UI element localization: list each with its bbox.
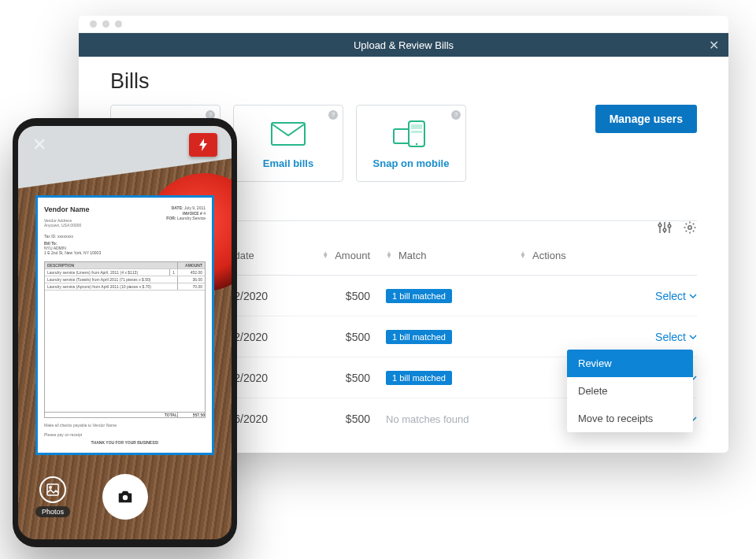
col-actions[interactable]: Actions [532,250,566,261]
svg-point-6 [658,224,662,227]
invoice-footer: Make all checks payable to Vendor Name [44,423,206,428]
match-badge[interactable]: 1 bill matched [386,330,452,344]
chevron-down-icon [689,333,697,341]
traffic-light-dot[interactable] [90,20,97,28]
menu-item-move-receipts[interactable]: Move to receipts [567,405,693,432]
gallery-icon [39,476,66,503]
invoice-vendor-name: Vendor Name [44,205,90,213]
invoice-line: Laundry service (Aprons) from April 2011… [45,283,178,290]
svg-rect-0 [272,123,305,145]
svg-point-11 [50,487,51,488]
chevron-down-icon [689,292,697,300]
invoice-date-label: DATE: [172,205,183,210]
invoice-line-qty: 1 [170,269,178,276]
col-amount[interactable]: Amount [335,250,370,261]
mobile-snap-icon [393,118,429,150]
cell-amount: $500 [346,413,370,425]
svg-point-7 [663,228,666,231]
row-actions-menu: Review Delete Move to receipts [567,350,693,432]
snap-mobile-card[interactable]: ? Snap on mobile [356,105,466,182]
page-title: Bills [110,69,697,94]
svg-point-3 [416,143,417,144]
close-icon[interactable]: ✕ [709,38,719,53]
sliders-icon[interactable] [658,220,672,238]
cell-amount: $500 [346,290,370,302]
camera-close-icon[interactable]: ✕ [32,135,46,155]
invoice-line-amt: 36.00 [178,276,205,283]
scan-frame: Vendor Name Vendor Address Anytown, USA … [35,195,214,455]
menu-item-review[interactable]: Review [567,350,693,377]
window-controls [79,16,728,33]
phone-device: ✕ Vendor Name Vendor Address Anytown, US… [13,118,237,547]
sort-icon[interactable]: ▲▼ [322,252,330,258]
gear-icon[interactable] [683,220,697,238]
gallery-label: Photos [35,506,70,517]
flash-button[interactable] [189,133,217,157]
row-select-dropdown[interactable]: Select [655,331,697,343]
svg-rect-10 [47,484,58,495]
svg-rect-5 [411,131,422,133]
help-icon[interactable]: ? [451,110,461,120]
help-icon[interactable]: ? [328,110,338,120]
invoice-thanks: THANK YOU FOR YOUR BUSINESS! [44,440,206,445]
snap-mobile-label: Snap on mobile [373,157,450,169]
invoice-num-value: 4 [203,211,206,216]
match-badge[interactable]: 1 bill matched [386,289,452,303]
invoice-total-label: TOTAL [45,413,178,417]
gallery-button[interactable]: Photos [35,476,70,517]
invoice-line: Laundry service (Linens) from April, 201… [45,269,170,276]
invoice-billto-addr: 1 E 2nd St, New York, NY 10003 [44,250,206,255]
svg-rect-4 [411,124,422,129]
invoice-for-label: FOR: [166,216,176,220]
invoice-for-value: Laundry Service [177,216,206,220]
cell-amount: $500 [346,331,370,343]
no-match-label: No matches found [386,413,469,425]
shutter-button[interactable] [102,474,148,520]
cell-amount: $500 [346,372,370,384]
traffic-light-dot[interactable] [102,20,109,28]
invoice-th-desc: DESCRIPTION [45,262,178,268]
svg-point-9 [688,226,691,229]
svg-point-8 [668,224,671,228]
window-title: Upload & Review Bills [354,39,454,51]
invoice-date-value: July 9, 2011 [184,205,206,210]
row-select-dropdown[interactable]: Select [655,290,697,302]
email-bills-label: Email bills [263,157,313,169]
invoice-table: DESCRIPTION AMOUNT Laundry service (Line… [44,261,206,418]
invoice-total-amt: 557.50 [178,413,205,417]
manage-users-button[interactable]: Manage users [595,105,697,133]
sort-icon[interactable]: ▲▼ [520,252,528,258]
invoice-line-amt: 452.00 [178,269,205,276]
invoice-th-amt: AMOUNT [178,262,205,268]
invoice-line-amt: 70.00 [178,283,205,290]
invoice-footer: Please pay on receipt [44,432,206,437]
phone-screen: ✕ Vendor Name Vendor Address Anytown, US… [18,126,232,539]
title-bar: Upload & Review Bills ✕ [79,33,728,57]
email-bills-card[interactable]: ? Email bills [233,105,343,182]
traffic-light-dot[interactable] [115,20,122,28]
envelope-icon [271,118,306,150]
svg-point-12 [122,495,127,500]
invoice-vendor-addr: Anytown, USA 00000 [44,223,90,228]
sort-icon[interactable]: ▲▼ [386,252,394,258]
invoice-taxid: Tax ID: xxxxxxxx [44,234,206,239]
invoice-num-label: INVOICE # [183,211,202,216]
col-match[interactable]: Match [398,250,426,261]
match-badge[interactable]: 1 bill matched [386,371,452,385]
invoice-line: Laundry service (Towels) from April 2011… [45,276,178,283]
menu-item-delete[interactable]: Delete [567,377,693,405]
